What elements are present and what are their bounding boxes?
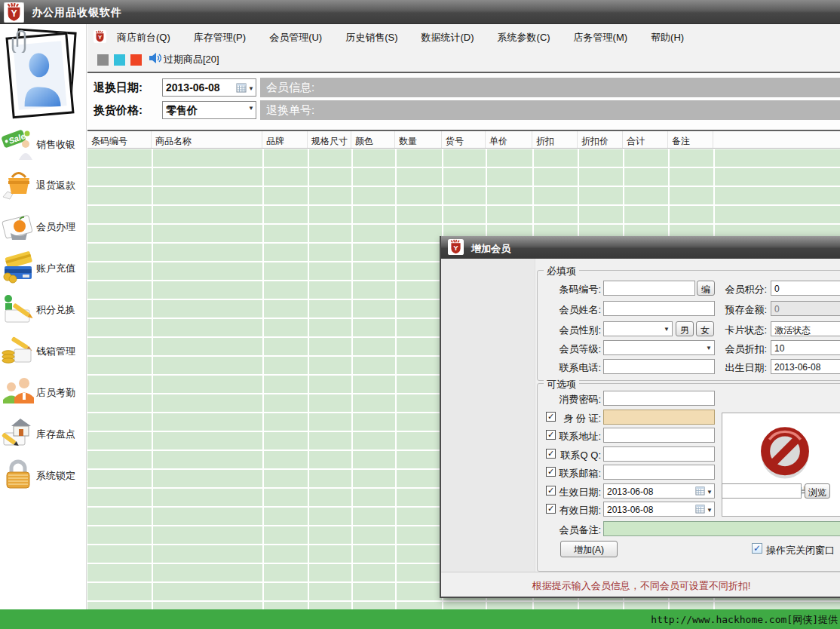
sidebar-item-label: 积分兑换 bbox=[36, 303, 75, 317]
card-status-input[interactable]: 激活状态 bbox=[771, 321, 840, 336]
sidebar-item-inventory[interactable]: 库存盘点 bbox=[2, 415, 86, 454]
col-size[interactable]: 规格尺寸 bbox=[308, 131, 351, 148]
expired-goods-label[interactable]: 过期商品[20] bbox=[164, 53, 219, 66]
id-input[interactable] bbox=[603, 410, 715, 425]
col-total[interactable]: 合计 bbox=[623, 131, 668, 148]
notes-label: 会员备注: bbox=[533, 523, 601, 537]
menu-item-storefront[interactable]: 商店前台(Q) bbox=[117, 31, 170, 44]
address-input[interactable] bbox=[603, 428, 715, 443]
sidebar-item-points[interactable]: 积分兑换 bbox=[2, 290, 86, 330]
calendar-icon[interactable] bbox=[236, 82, 247, 95]
sidebar-item-label: 销售收银 bbox=[36, 138, 75, 152]
menu-item-parameters[interactable]: 系统参数(C) bbox=[498, 31, 550, 44]
discount-label: 会员折扣: bbox=[719, 342, 767, 356]
password-input[interactable] bbox=[603, 391, 715, 406]
col-qty[interactable]: 数量 bbox=[395, 131, 442, 148]
menu-item-history[interactable]: 历史销售(S) bbox=[345, 31, 397, 44]
points-label: 会员积分: bbox=[719, 283, 767, 296]
barcode-input[interactable] bbox=[603, 281, 695, 296]
sidebar-item-staff[interactable]: 店员考勤 bbox=[2, 373, 86, 413]
dialog-left-panel bbox=[441, 259, 535, 572]
end-date-input[interactable]: 2013-06-08 ▼ bbox=[603, 502, 715, 517]
speaker-icon bbox=[148, 51, 161, 68]
sidebar-item-member[interactable]: 会员办理 bbox=[2, 207, 86, 247]
system-lock-icon bbox=[2, 458, 35, 491]
sidebar-item-label: 系统锁定 bbox=[36, 469, 75, 483]
returns-form: 退换日期: 2013-06-08 ▼ 换货价格: 零售价 ▼ 会员信息: 退换单… bbox=[87, 73, 840, 130]
menu-item-members[interactable]: 会员管理(U) bbox=[269, 31, 322, 44]
calendar-icon[interactable] bbox=[695, 504, 705, 516]
dialog-title-bar[interactable]: Y 增加会员 bbox=[441, 236, 840, 259]
photo-path-input[interactable] bbox=[722, 483, 802, 499]
chevron-down-icon[interactable]: ▼ bbox=[707, 507, 713, 514]
phone-input[interactable] bbox=[603, 359, 715, 374]
optional-legend: 可选项 bbox=[544, 378, 579, 391]
sidebar-item-lock[interactable]: 系统锁定 bbox=[2, 456, 86, 496]
points-exchange-icon bbox=[2, 292, 35, 325]
barcode-label: 条码编号: bbox=[532, 283, 601, 296]
close-after-checkbox[interactable]: ✓ bbox=[752, 543, 762, 554]
sidebar-item-returns[interactable]: 退货返款 bbox=[2, 166, 86, 205]
chevron-down-icon[interactable]: ▼ bbox=[248, 105, 254, 112]
name-input[interactable] bbox=[603, 301, 715, 316]
menu-item-statistics[interactable]: 数据统计(D) bbox=[422, 31, 474, 44]
phone-label: 联系电话: bbox=[532, 361, 601, 375]
edit-barcode-button[interactable]: 编 bbox=[697, 281, 715, 296]
sidebar-item-recharge[interactable]: 账户充值 bbox=[2, 249, 86, 288]
col-color[interactable]: 颜色 bbox=[351, 131, 395, 148]
deposit-input: 0 bbox=[771, 301, 840, 316]
col-filler bbox=[713, 131, 840, 148]
menu-item-help[interactable]: 帮助(H) bbox=[651, 31, 684, 44]
start-date-label: 生效日期: bbox=[554, 486, 601, 499]
male-button[interactable]: 男 bbox=[676, 321, 694, 336]
window-title: 办公用品收银软件 bbox=[32, 6, 122, 20]
sidebar-item-cashbox[interactable]: 钱箱管理 bbox=[2, 332, 86, 371]
col-remark[interactable]: 备注 bbox=[668, 131, 713, 148]
col-brand[interactable]: 品牌 bbox=[262, 131, 308, 148]
birth-label: 出生日期: bbox=[719, 361, 767, 375]
add-button[interactable]: 增加(A) bbox=[560, 541, 618, 557]
menu-logo-icon: Y bbox=[94, 30, 106, 46]
sidebar-item-sales[interactable]: Sale 销售收银 bbox=[2, 125, 86, 164]
return-date-input[interactable]: 2013-06-08 ▼ bbox=[162, 78, 256, 97]
chevron-down-icon[interactable]: ▼ bbox=[248, 85, 254, 92]
chevron-down-icon[interactable]: ▼ bbox=[706, 345, 712, 351]
paperclip-icon bbox=[11, 27, 30, 56]
dialog-title: 增加会员 bbox=[471, 242, 510, 256]
footer-bar: http://www.hackhome.com[网侠]提供 bbox=[0, 609, 840, 629]
col-name[interactable]: 商品名称 bbox=[152, 131, 262, 148]
col-discprice[interactable]: 折扣价 bbox=[578, 131, 623, 148]
app-logo-icon: Y bbox=[4, 2, 24, 26]
exchange-price-select[interactable]: 零售价 ▼ bbox=[162, 101, 256, 119]
gender-select[interactable]: ▼ bbox=[603, 321, 673, 336]
table-header: 条码编号 商品名称 品牌 规格尺寸 颜色 数量 货号 单价 折扣 折扣价 合计 … bbox=[87, 130, 840, 149]
level-select[interactable]: ▼ bbox=[603, 340, 715, 355]
notes-input[interactable] bbox=[603, 521, 840, 536]
email-input[interactable] bbox=[603, 465, 715, 480]
chevron-down-icon[interactable]: ▼ bbox=[664, 326, 670, 333]
col-barcode[interactable]: 条码编号 bbox=[87, 131, 152, 148]
col-discount[interactable]: 折扣 bbox=[532, 131, 578, 148]
browse-button[interactable]: 浏览 bbox=[805, 483, 830, 499]
cashbox-icon bbox=[2, 333, 35, 367]
return-order-bar: 退换单号: bbox=[260, 100, 840, 120]
menu-item-store-mgmt[interactable]: 店务管理(M) bbox=[574, 31, 628, 44]
birth-input[interactable]: 2013-06-08 bbox=[771, 359, 840, 374]
red-indicator bbox=[130, 54, 142, 66]
menu-item-inventory[interactable]: 库存管理(P) bbox=[194, 31, 246, 44]
sidebar-item-label: 库存盘点 bbox=[36, 428, 75, 441]
col-price[interactable]: 单价 bbox=[486, 131, 532, 148]
svg-text:Y: Y bbox=[11, 8, 17, 19]
return-date-label: 退换日期: bbox=[94, 81, 143, 95]
sidebar-item-label: 钱箱管理 bbox=[36, 345, 75, 358]
calendar-icon[interactable] bbox=[695, 486, 705, 498]
qq-input[interactable] bbox=[603, 446, 715, 462]
col-itemno[interactable]: 货号 bbox=[442, 131, 486, 148]
sidebar-item-label: 退货返款 bbox=[36, 179, 75, 192]
member-photo-box: 暂无图片 bbox=[722, 413, 840, 517]
start-date-input[interactable]: 2013-06-08 ▼ bbox=[603, 483, 715, 499]
female-button[interactable]: 女 bbox=[696, 321, 714, 336]
discount-input[interactable]: 10 bbox=[771, 340, 840, 355]
points-input[interactable]: 0 bbox=[771, 281, 840, 296]
chevron-down-icon[interactable]: ▼ bbox=[707, 489, 713, 496]
